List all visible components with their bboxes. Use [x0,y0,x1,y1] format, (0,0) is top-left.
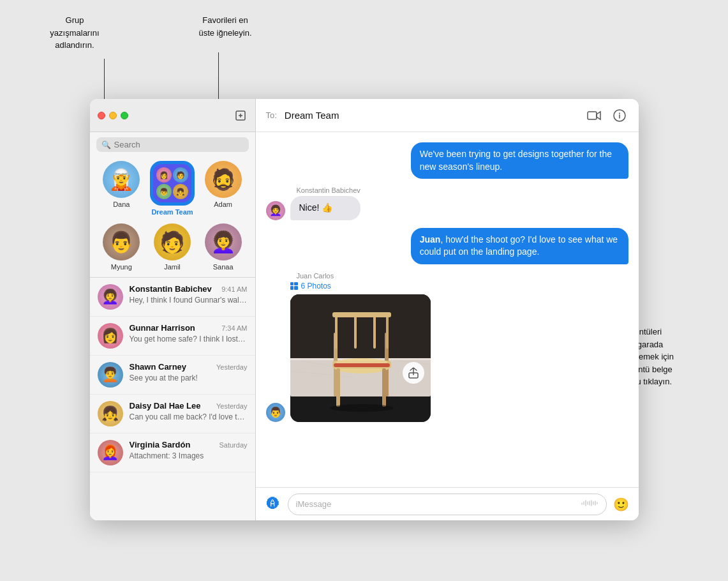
conv-item-daisy[interactable]: 👧 Daisy Dal Hae Lee Yesterday Can you ca… [90,395,255,434]
info-button[interactable] [611,107,628,124]
ann-line-pin-v [218,52,219,103]
contact-name-myung: Myung [111,263,132,271]
search-input-wrap[interactable]: 🔍 [96,137,249,152]
search-icon: 🔍 [101,140,111,149]
contact-name-sanaa: Sanaa [213,263,234,271]
msg-content-4: Juan Carlos 6 Photos [290,272,431,422]
conv-details-shawn: Shawn Carney Yesterday See you at the pa… [130,362,248,384]
chat-recipient: Dream Team [285,110,577,121]
pinned-contact-adam[interactable]: 🧔 Adam [200,161,246,216]
contact-name-dream-team: Dream Team [151,208,193,216]
annotation-group: Grupyazışmalarınıadlandırın. [33,14,116,52]
conv-time-daisy: Yesterday [216,402,248,410]
avatar-gunnar: 👩 [98,323,123,349]
conv-header-daisy: Daisy Dal Hae Lee Yesterday [130,401,248,411]
conversation-list: 👩‍🦱 Konstantin Babichev 9:41 AM Hey, I t… [90,278,255,520]
conv-time-virginia: Saturday [219,441,247,449]
svg-rect-18 [373,312,376,349]
ann-line-group-v [104,59,105,103]
avatar-myung: 👨 [103,223,140,260]
input-placeholder: iMessage [296,499,576,509]
conv-item-shawn[interactable]: 🧑‍🦱 Shawn Carney Yesterday See you at th… [90,356,255,395]
svg-point-6 [619,112,620,114]
conv-name-gunnar: Gunnar Harrison [130,323,195,333]
video-call-button[interactable] [585,107,603,124]
pinned-contact-dream-team[interactable]: 👩 🧑 👦 👧 Dream Team [149,161,195,216]
conv-header-konstantin: Konstantin Babichev 9:41 AM [130,284,248,294]
conv-header-shawn: Shawn Carney Yesterday [130,362,248,372]
msg-avatar-konstantin: 👩‍🦱 [266,201,285,220]
share-button[interactable] [403,362,424,384]
annotation-pin: Favorileri enüste iğneleyin. [184,14,267,39]
sidebar: 🔍 🧝 Dana 👩 🧑 👦 [90,99,256,520]
conv-header-gunnar: Gunnar Harrison 7:34 AM [130,323,248,333]
conv-item-konstantin[interactable]: 👩‍🦱 Konstantin Babichev 9:41 AM Hey, I t… [90,278,255,317]
photo-attachment[interactable]: 6 Photos [290,282,431,422]
pinned-row-1: 🧝 Dana 👩 🧑 👦 👧 Dream Team [90,157,255,222]
conv-item-virginia[interactable]: 👩‍🦰 Virginia Sardón Saturday Attachment:… [90,434,255,472]
avatar-dana: 🧝 [103,161,140,198]
sender-name-juan: Juan Carlos [290,272,431,280]
pinned-contact-jamil[interactable]: 🧑 Jamil [149,223,195,271]
pinned-contact-dana[interactable]: 🧝 Dana [98,161,144,216]
traffic-lights [98,112,128,119]
conv-details-daisy: Daisy Dal Hae Lee Yesterday Can you call… [130,401,248,423]
conv-time-konstantin: 9:41 AM [221,285,247,293]
minimize-button[interactable] [109,112,117,119]
msg-content-1: We've been trying to get designs togethe… [411,142,628,179]
sender-name-konstantin: Konstantin Babichev [290,186,360,194]
search-input[interactable] [114,140,244,149]
pinned-contact-myung[interactable]: 👨 Myung [98,223,144,271]
emoji-button[interactable]: 🙂 [612,495,631,514]
page-wrapper: Grupyazışmalarınıadlandırın. Favorileri … [0,0,728,581]
conv-time-gunnar: 7:34 AM [221,324,247,332]
avatar-shawn: 🧑‍🦱 [98,362,123,388]
close-button[interactable] [98,112,105,119]
svg-rect-23 [336,368,340,407]
conv-item-gunnar[interactable]: 👩 Gunnar Harrison 7:34 AM You get home s… [90,317,255,356]
sidebar-titlebar [90,99,255,132]
photo-image-container[interactable] [290,294,431,422]
svg-rect-24 [382,368,386,407]
pinned-contact-sanaa[interactable]: 👩‍🦱 Sanaa [200,223,246,271]
conv-time-shawn: Yesterday [216,363,248,371]
bubble-2: Nice! 👍 [290,196,360,220]
compose-button[interactable] [234,109,248,123]
conv-preview-daisy: Can you call me back? I'd love to hear m… [130,412,248,423]
message-row-2: 👩‍🦱 Konstantin Babichev Nice! 👍 [266,186,628,220]
svg-point-27 [330,404,394,412]
conv-preview-virginia: Attachment: 3 Images [130,451,248,462]
avatar-jamil: 🧑 [154,223,191,260]
maximize-button[interactable] [121,112,128,119]
input-field-wrap[interactable]: iMessage [288,494,607,515]
msg-content-3: Juan, how'd the shoot go? I'd love to se… [411,228,628,264]
message-row-3: Juan, how'd the shoot go? I'd love to se… [266,228,628,264]
msg-avatar-juan: 👨 [266,403,285,422]
message-row-1: We've been trying to get designs togethe… [266,142,628,179]
svg-rect-20 [332,312,391,317]
avatar-virginia: 👩‍🦰 [98,440,123,465]
svg-rect-19 [386,313,389,349]
messages-window: 🔍 🧝 Dana 👩 🧑 👦 [90,99,639,520]
chat-header: To: Dream Team [256,99,639,132]
svg-rect-26 [334,363,390,367]
chair-svg [290,294,431,422]
conv-name-daisy: Daisy Dal Hae Lee [130,401,201,411]
group-avatar-cell-3: 👦 [156,184,172,199]
photo-count: 6 Photos [301,282,331,290]
svg-rect-3 [588,112,597,119]
conv-name-konstantin: Konstantin Babichev [130,284,212,294]
conv-preview-konstantin: Hey, I think I found Gunnar's wallet. It… [130,295,248,306]
to-label: To: [266,110,277,120]
avatar-sanaa: 👩‍🦱 [205,223,242,260]
conv-header-virginia: Virginia Sardón Saturday [130,440,248,449]
svg-rect-16 [335,313,338,349]
avatar-adam: 🧔 [205,161,242,198]
conv-preview-gunnar: You get home safe? I think I lost my wal… [130,334,248,345]
conv-preview-shawn: See you at the park! [130,373,248,384]
avatar-dream-team-bg: 👩 🧑 👦 👧 [150,161,195,206]
conv-name-shawn: Shawn Carney [130,362,187,372]
chat-messages: We've been trying to get designs togethe… [256,132,639,487]
appstore-button[interactable]: 🅐 [264,495,283,514]
msg-content-2: Konstantin Babichev Nice! 👍 [290,186,360,220]
